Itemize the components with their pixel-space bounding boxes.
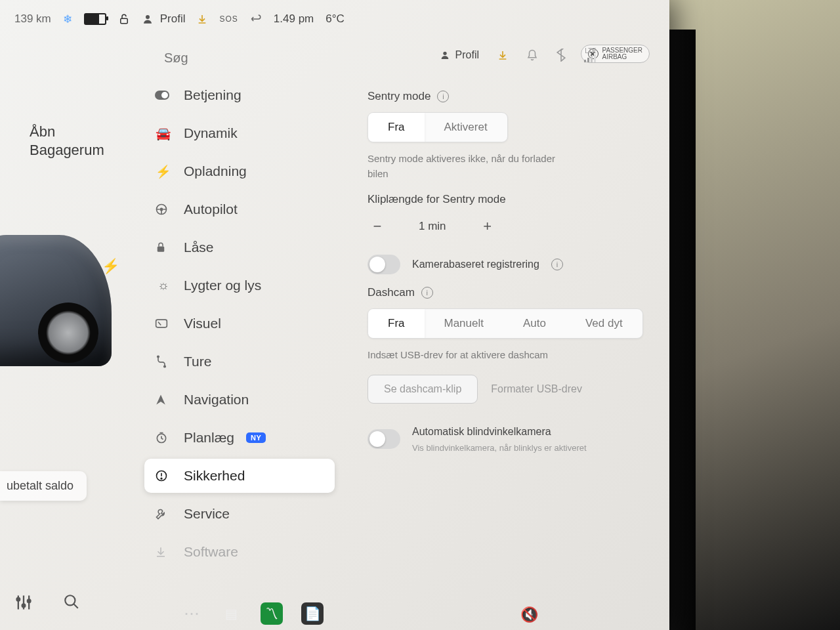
return-icon [250,14,262,24]
blindspot-row: Automatisk blindvinkelkamera Vis blindvi… [368,426,650,453]
car-render[interactable] [0,235,112,366]
bolt-icon: ⚡ [155,164,172,179]
status-bar: 139 km ❄ Profil SOS 1.49 pm 6°C [0,0,669,38]
dock-app-2[interactable]: 〽 [261,602,283,625]
sidebar-item-charging[interactable]: ⚡ Opladning [144,154,335,188]
sidebar-item-software[interactable]: Software [144,535,335,569]
blindspot-toggle[interactable] [368,429,400,449]
sidebar-item-service[interactable]: Service [144,497,335,531]
svg-rect-21 [591,56,593,62]
route-icon [155,355,172,368]
bluetooth-icon[interactable] [556,49,566,62]
dashcam-segment: Fra Manuelt Auto Ved dyt [368,308,643,339]
clock[interactable]: 1.49 pm [274,12,314,26]
app-dock: ⋯ ▤ 〽 📄 [184,602,324,625]
dashcam-honk-option[interactable]: Ved dyt [566,309,642,338]
blindspot-description: Vis blindvinkelkamera, når blinklys er a… [412,443,587,453]
more-apps-icon[interactable]: ⋯ [184,604,201,623]
info-icon[interactable]: i [551,259,563,270]
sentry-off-option[interactable]: Fra [368,113,425,142]
svg-rect-20 [587,58,589,62]
download-icon [155,546,172,558]
sentry-description: Sentry mode aktiveres ikke, når du forla… [368,152,571,181]
dashcam-off-option[interactable]: Fra [368,309,425,338]
dock-app-3[interactable]: 📄 [301,602,324,625]
sentry-on-option[interactable]: Aktiveret [425,113,507,142]
download-icon[interactable] [197,14,207,24]
sidebar-item-dynamics[interactable]: 🚘 Dynamik [144,116,335,150]
vehicle-panel: Åbn Bagagerum ⚡ ubetalt saldo [0,38,138,630]
sidebar-item-display[interactable]: Visuel [144,306,335,341]
search-icon[interactable] [63,593,80,612]
minus-button[interactable]: − [368,217,387,236]
mute-icon[interactable]: 🔇 [520,606,538,623]
range-remaining[interactable]: 139 km [14,12,51,26]
charge-bolt-icon[interactable]: ⚡ [102,258,119,275]
sidebar-item-trips[interactable]: Ture [144,345,335,379]
svg-point-13 [158,356,159,358]
cellular-icon[interactable]: LTE [584,47,597,62]
sliders-icon[interactable] [14,593,33,612]
touchscreen: 139 km ❄ Profil SOS 1.49 pm 6°C PASSENGE… [0,0,669,630]
car-icon: 🚘 [155,126,172,141]
nav-arrow-icon [155,394,172,406]
sidebar-item-lights[interactable]: ☼ Lygter og lys [144,268,335,303]
steering-wheel-icon [155,203,172,216]
dashcam-section: Dashcam i Fra Manuelt Auto Ved dyt Indsæ… [368,286,650,404]
battery-icon[interactable] [84,13,106,25]
sos-button[interactable]: SOS [219,14,238,24]
svg-rect-19 [584,60,586,62]
open-trunk-button[interactable]: Åbn Bagagerum [16,114,117,168]
dashcam-auto-option[interactable]: Auto [503,309,566,338]
camera-detection-row: Kamerabaseret registrering i [368,255,650,274]
svg-point-2 [17,598,20,601]
clip-length-value: 1 min [419,220,446,233]
info-icon[interactable]: i [437,91,449,102]
svg-rect-11 [158,247,165,252]
lock-icon [155,242,172,253]
sidebar-item-locks[interactable]: Låse [144,230,335,264]
wrench-icon [155,507,172,520]
dashcam-manual-option[interactable]: Manuelt [425,309,503,338]
sidebar-item-navigation[interactable]: Navigation [144,383,335,417]
sun-icon: ☼ [155,278,172,293]
svg-rect-12 [156,320,167,327]
svg-rect-22 [594,54,596,62]
sentry-toggle-segment: Fra Aktiveret [368,112,508,142]
toggle-icon [155,91,172,100]
dashcam-description: Indsæt USB-drev for at aktivere dashcam [368,348,571,363]
sidebar-item-autopilot[interactable]: Autopilot [144,192,335,226]
camera-detection-label: Kamerabaseret registrering [412,259,539,270]
sidebar-item-controls[interactable]: Betjening [144,78,335,112]
svg-point-5 [65,595,75,605]
profile-button[interactable]: Profil [142,12,186,26]
temperature[interactable]: 6°C [326,12,345,26]
balance-notice[interactable]: ubetalt saldo [0,471,87,501]
sentry-title: Sentry mode [368,90,430,103]
profile-button[interactable]: Profil [440,49,479,61]
view-clips-button[interactable]: Se dashcam-klip [368,375,478,404]
content-toolbar: Profil LTE [368,45,650,78]
camera-detection-toggle[interactable] [368,255,400,274]
bell-icon[interactable] [526,49,538,61]
settings-sidebar: Betjening 🚘 Dynamik ⚡ Opladning Autopilo… [138,38,341,630]
svg-point-4 [28,599,31,602]
snowflake-icon: ❄ [63,12,72,26]
content-pane: Profil LTE Sentry mode [341,38,669,630]
dock-app-1[interactable]: ▤ [220,602,242,625]
svg-rect-0 [121,18,128,24]
sidebar-item-schedule[interactable]: Planlæg NY [144,421,335,455]
download-icon[interactable] [497,50,508,60]
svg-point-14 [164,366,166,368]
clip-length-section: Kliplængde for Sentry mode − 1 min + [368,193,650,236]
dashcam-title: Dashcam [368,286,415,299]
sidebar-item-security[interactable]: Sikkerhed [144,459,335,493]
plus-button[interactable]: + [478,217,497,236]
profile-label: Profil [160,12,186,26]
unlock-icon[interactable] [118,13,130,25]
display-icon [155,318,172,329]
svg-point-1 [146,15,150,19]
format-usb-link[interactable]: Formater USB-drev [491,383,582,395]
info-icon[interactable]: i [421,287,433,299]
search-input[interactable] [163,50,331,66]
